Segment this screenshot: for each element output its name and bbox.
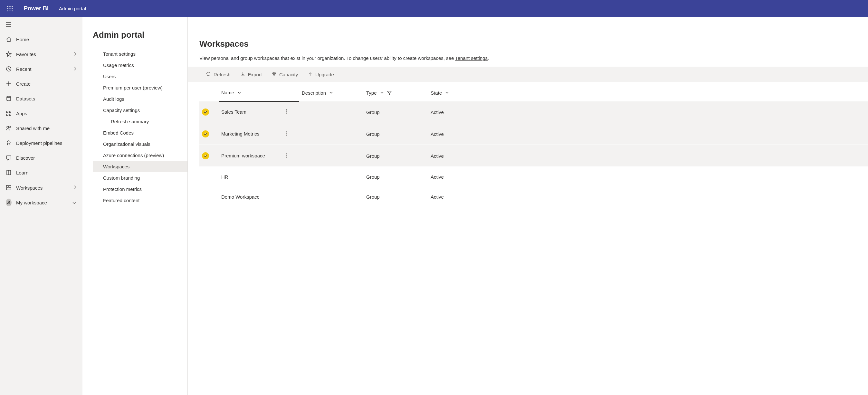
svg-point-15 <box>7 96 11 98</box>
svg-point-2 <box>11 6 12 7</box>
submenu-audit-logs[interactable]: Audit logs <box>93 93 187 105</box>
row-name: Marketing Metrics <box>221 131 259 136</box>
submenu-featured-content[interactable]: Featured content <box>93 195 187 206</box>
people-icon <box>6 125 11 131</box>
nav-home[interactable]: Home <box>0 32 83 47</box>
submenu-refresh-summary[interactable]: Refresh summary <box>93 116 187 127</box>
col-state[interactable]: State <box>428 84 868 101</box>
capacity-button[interactable]: Capacity <box>272 71 298 77</box>
row-state: Active <box>428 123 868 145</box>
nav-learn[interactable]: Learn <box>0 165 83 180</box>
table-row[interactable]: Demo WorkspaceGroupActive <box>199 187 868 207</box>
nav-myworkspace[interactable]: My workspace <box>0 195 83 210</box>
upgrade-button[interactable]: Upgrade <box>308 71 334 77</box>
row-name: Demo Workspace <box>221 194 259 200</box>
hamburger-button[interactable] <box>0 17 83 32</box>
refresh-icon <box>206 71 211 77</box>
svg-rect-17 <box>9 111 11 113</box>
apps-icon <box>6 110 11 116</box>
svg-rect-18 <box>6 114 8 116</box>
left-nav: Home Favorites Recent Create Datasets Ap… <box>0 17 83 395</box>
refresh-button[interactable]: Refresh <box>206 71 230 77</box>
nav-recent-label: Recent <box>16 66 32 72</box>
submenu-org-visuals[interactable]: Organizational visuals <box>93 138 187 150</box>
selected-check-icon[interactable] <box>202 152 209 159</box>
filter-icon[interactable] <box>387 91 392 95</box>
submenu-azure-connections[interactable]: Azure connections (preview) <box>93 150 187 161</box>
row-name: HR <box>221 174 228 179</box>
selected-check-icon[interactable] <box>202 130 209 137</box>
submenu-users[interactable]: Users <box>93 71 187 82</box>
export-button[interactable]: Export <box>240 71 262 77</box>
export-label: Export <box>248 72 262 77</box>
content-pane: Workspaces View personal and group works… <box>188 17 868 395</box>
svg-point-33 <box>286 133 287 134</box>
submenu-workspaces[interactable]: Workspaces <box>93 161 187 172</box>
svg-point-36 <box>286 155 287 156</box>
col-description[interactable]: Description <box>299 84 364 101</box>
nav-pipelines[interactable]: Deployment pipelines <box>0 135 83 150</box>
workspace-icon <box>6 185 11 191</box>
nav-datasets[interactable]: Datasets <box>0 91 83 106</box>
desc-suffix: . <box>488 55 489 61</box>
table-row[interactable]: HRGroupActive <box>199 167 868 187</box>
svg-point-3 <box>7 8 8 9</box>
nav-workspaces[interactable]: Workspaces <box>0 180 83 195</box>
global-header: Power BI Admin portal <box>0 0 868 17</box>
nav-create[interactable]: Create <box>0 76 83 91</box>
app-launcher-icon[interactable] <box>4 3 16 14</box>
nav-apps[interactable]: Apps <box>0 106 83 121</box>
refresh-label: Refresh <box>214 72 230 77</box>
nav-favorites-label: Favorites <box>16 52 36 57</box>
home-icon <box>6 36 11 42</box>
row-description <box>299 187 364 207</box>
row-type: Group <box>364 187 428 207</box>
more-options-icon[interactable] <box>286 131 287 137</box>
nav-discover[interactable]: Discover <box>0 150 83 165</box>
desc-text: View personal and group workspaces that … <box>199 55 455 61</box>
nav-home-label: Home <box>16 37 29 42</box>
row-description <box>299 145 364 167</box>
col-type[interactable]: Type <box>364 84 428 101</box>
more-options-icon[interactable] <box>286 109 287 115</box>
nav-shared-label: Shared with me <box>16 126 50 131</box>
table-row[interactable]: Premium workspaceGroupActive <box>199 145 868 167</box>
svg-rect-22 <box>6 156 11 159</box>
nav-learn-label: Learn <box>16 170 28 175</box>
svg-point-35 <box>286 153 287 154</box>
svg-point-31 <box>286 113 287 114</box>
svg-rect-25 <box>6 186 8 187</box>
clock-icon <box>6 66 11 72</box>
svg-point-20 <box>7 126 9 128</box>
svg-point-8 <box>11 10 12 11</box>
submenu-tenant-settings[interactable]: Tenant settings <box>93 48 187 60</box>
row-state: Active <box>428 145 868 167</box>
row-state: Active <box>428 187 868 207</box>
table-row[interactable]: Marketing MetricsGroupActive <box>199 123 868 145</box>
submenu-premium-per-user[interactable]: Premium per user (preview) <box>93 82 187 93</box>
submenu-capacity-settings[interactable]: Capacity settings <box>93 105 187 116</box>
chevron-down-icon <box>72 200 76 205</box>
col-name[interactable]: Name <box>219 84 299 101</box>
nav-favorites[interactable]: Favorites <box>0 47 83 62</box>
submenu-usage-metrics[interactable]: Usage metrics <box>93 60 187 71</box>
nav-apps-label: Apps <box>16 111 27 116</box>
nav-recent[interactable]: Recent <box>0 62 83 76</box>
book-icon <box>6 170 11 175</box>
nav-shared[interactable]: Shared with me <box>0 121 83 135</box>
submenu-custom-branding[interactable]: Custom branding <box>93 172 187 184</box>
chevron-right-icon <box>73 185 76 191</box>
table-row[interactable]: Sales TeamGroupActive <box>199 101 868 123</box>
row-type: Group <box>364 101 428 123</box>
submenu-protection-metrics[interactable]: Protection metrics <box>93 184 187 195</box>
more-options-icon[interactable] <box>286 153 287 159</box>
submenu-embed-codes[interactable]: Embed Codes <box>93 127 187 138</box>
svg-rect-27 <box>6 188 11 190</box>
row-type: Group <box>364 145 428 167</box>
tenant-settings-link[interactable]: Tenant settings <box>455 55 488 61</box>
chat-icon <box>6 155 11 161</box>
nav-myworkspace-label: My workspace <box>16 200 47 205</box>
selected-check-icon[interactable] <box>202 108 209 116</box>
chevron-right-icon <box>73 66 76 72</box>
svg-point-21 <box>10 127 11 128</box>
